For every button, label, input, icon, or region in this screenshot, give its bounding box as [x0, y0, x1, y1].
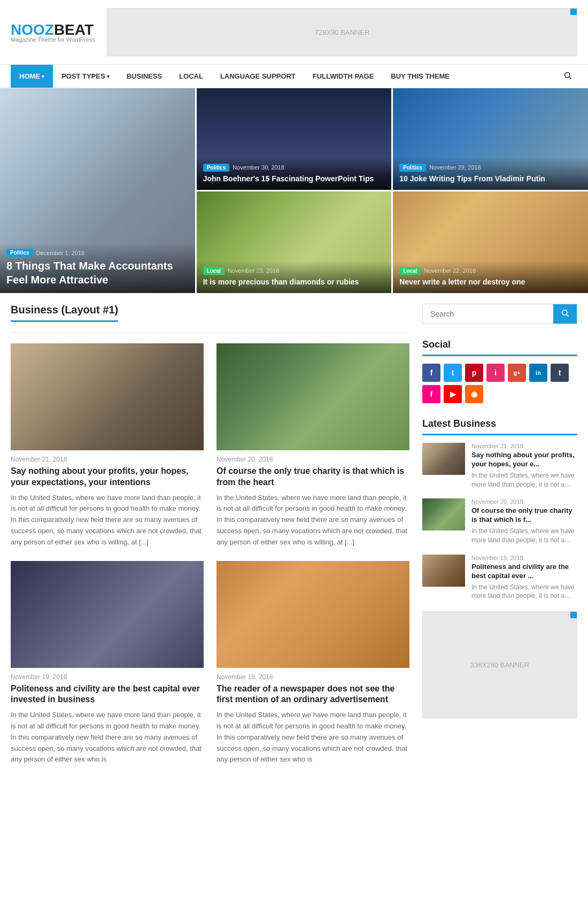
latest-info: November 21, 2018 Say nothing about your…: [471, 443, 577, 489]
hero-bottom-right-1[interactable]: Local November 23, 2018 It is more preci…: [197, 191, 392, 293]
article-date: November 21, 2018: [11, 456, 204, 463]
hero-main-overlay: Politics December 1, 2018 8 Things That …: [0, 242, 195, 293]
sidebar: Social f t p i g+ in t f ▶ ◉ Latest Busi…: [422, 304, 577, 765]
facebook-icon[interactable]: f: [422, 364, 440, 382]
hero-tr1-tag: Politics: [203, 164, 230, 172]
svg-line-3: [567, 314, 569, 317]
article-img-wrap: [216, 561, 409, 668]
latest-image: [422, 443, 465, 475]
svg-line-1: [569, 77, 571, 79]
search-input[interactable]: [423, 304, 553, 324]
linkedin-icon[interactable]: in: [529, 364, 547, 382]
article-image: [11, 343, 204, 450]
article-img-wrap: [11, 343, 204, 450]
hero-top-right-2[interactable]: Politics November 29, 2018 10 Joke Writi…: [393, 88, 588, 190]
latest-img-wrap: [422, 498, 465, 531]
banner-top: 728X90 BANNER: [107, 8, 577, 56]
article-img-wrap: [216, 343, 409, 450]
nav-item-language[interactable]: LANGUAGE SUPPORT: [212, 65, 304, 88]
nav-search-button[interactable]: [558, 66, 577, 87]
hero-br2-title: Never write a letter nor destroy one: [399, 277, 582, 287]
hero-grid: Politics December 1, 2018 8 Things That …: [0, 88, 588, 293]
hero-main[interactable]: Politics December 1, 2018 8 Things That …: [0, 88, 195, 293]
social-section-title: Social: [422, 339, 577, 356]
header: NOOZBEAT Magazine Theme for WordPress 72…: [0, 0, 588, 64]
latest-date: November 19, 2018: [471, 555, 577, 561]
site-logo[interactable]: NOOZBEAT Magazine Theme for WordPress: [11, 21, 96, 43]
social-icons: f t p i g+ in t f ▶ ◉: [422, 364, 577, 403]
article-image: [11, 561, 204, 668]
latest-excerpt: In the United States, where we have more…: [471, 583, 577, 601]
article-image: [216, 561, 409, 668]
list-item[interactable]: November 21, 2018 Say nothing about your…: [422, 443, 577, 489]
hero-tr2-date: November 29, 2018: [429, 164, 481, 171]
article-excerpt: In the United States, where we have more…: [216, 710, 409, 765]
article-image: [216, 343, 409, 450]
latest-img-wrap: [422, 443, 465, 475]
tumblr-icon[interactable]: t: [551, 364, 569, 382]
instagram-icon[interactable]: i: [486, 364, 505, 382]
google-plus-icon[interactable]: g+: [508, 364, 526, 382]
svg-point-0: [565, 73, 570, 78]
nav-item-buy[interactable]: BUY THIS THEME: [382, 65, 458, 88]
latest-image: [422, 498, 465, 531]
hero-br2-overlay: Local November 22, 2018 Never write a le…: [393, 260, 588, 293]
latest-image: [422, 555, 465, 587]
nav-item-fullwidth[interactable]: FULLWIDTH PAGE: [304, 65, 383, 88]
svg-point-2: [562, 310, 567, 315]
article-card[interactable]: November 20, 2018 Of course the only tru…: [216, 343, 409, 548]
nav-item-home[interactable]: HOME ▾: [11, 65, 53, 88]
flickr-icon[interactable]: f: [422, 385, 440, 403]
pinterest-icon[interactable]: p: [465, 364, 483, 382]
article-card[interactable]: November 21, 2018 Say nothing about your…: [11, 343, 204, 548]
article-title: Of course the only true charity is that …: [216, 466, 409, 488]
article-card[interactable]: November 19, 2018 Politeness and civilit…: [11, 561, 204, 766]
latest-excerpt: In the United States, where we have more…: [471, 527, 577, 545]
chevron-down-icon: ▾: [42, 74, 44, 79]
chevron-down-icon: ▾: [107, 74, 110, 79]
twitter-icon[interactable]: t: [444, 364, 462, 382]
list-item[interactable]: November 20, 2018 Of course the only tru…: [422, 498, 577, 544]
content-area: Business (Layout #1) November 21, 2018 S…: [11, 304, 409, 765]
hero-main-tag: Politics: [6, 249, 33, 257]
latest-section-title: Latest Business: [422, 418, 577, 435]
hero-br1-title: It is more precious than diamonds or rub…: [203, 277, 385, 287]
article-date: November 18, 2018: [216, 673, 409, 681]
latest-info: November 20, 2018 Of course the only tru…: [471, 498, 577, 544]
latest-item-title: Say nothing about your profits, your hop…: [471, 451, 577, 469]
hero-tr2-tag: Politics: [399, 164, 426, 172]
hero-tr1-date: November 30, 2018: [233, 164, 284, 171]
latest-excerpt: In the United States, where we have more…: [471, 471, 577, 489]
hero-br1-tag: Local: [203, 267, 225, 275]
search-box: [422, 304, 577, 324]
hero-main-date: December 1, 2018: [36, 250, 85, 256]
list-item[interactable]: November 19, 2018 Politeness and civilit…: [422, 555, 577, 601]
latest-info: November 19, 2018 Politeness and civilit…: [471, 555, 577, 601]
navigation: HOME ▾ POST TYPES ▾ BUSINESS LOCAL LANGU…: [0, 64, 588, 88]
nav-item-local[interactable]: LOCAL: [171, 65, 212, 88]
search-button[interactable]: [553, 304, 577, 324]
article-card[interactable]: November 18, 2018 The reader of a newspa…: [216, 561, 409, 766]
article-title: Say nothing about your profits, your hop…: [11, 466, 204, 488]
banner-side: 336X280 BANNER: [422, 611, 577, 718]
nav-item-post-types[interactable]: POST TYPES ▾: [53, 65, 118, 88]
latest-date: November 20, 2018: [471, 498, 577, 505]
logo-nooz: NOOZ: [11, 21, 54, 38]
latest-img-wrap: [422, 555, 465, 587]
hero-top-right-1[interactable]: Politics November 30, 2018 John Boehner'…: [197, 88, 392, 190]
hero-br2-tag: Local: [399, 267, 421, 275]
hero-bottom-right-2[interactable]: Local November 22, 2018 Never write a le…: [393, 191, 588, 293]
youtube-icon[interactable]: ▶: [444, 385, 462, 403]
hero-tr1-title: John Boehner's 15 Fascinating PowerPoint…: [203, 174, 385, 183]
article-date: November 20, 2018: [216, 456, 409, 463]
hero-main-title: 8 Things That Make Accountants Feel More…: [6, 259, 189, 287]
nav-item-business[interactable]: BUSINESS: [118, 65, 171, 88]
article-excerpt: In the United States, where we have more…: [11, 710, 204, 765]
article-grid: November 21, 2018 Say nothing about your…: [11, 343, 409, 765]
logo-beat: BEAT: [54, 21, 94, 38]
article-date: November 19, 2018: [11, 673, 204, 681]
article-img-wrap: [11, 561, 204, 668]
section-header: Business (Layout #1): [11, 304, 409, 333]
section-divider: [11, 332, 409, 333]
rss-icon[interactable]: ◉: [465, 385, 483, 403]
